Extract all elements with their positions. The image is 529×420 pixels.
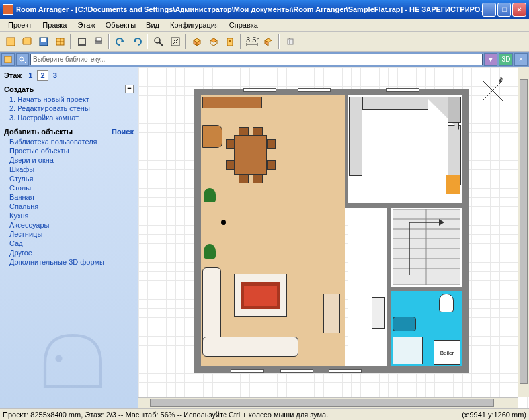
shower[interactable]	[393, 337, 423, 364]
add-objects-heading: Добавить объекты Поиск	[4, 128, 134, 136]
counter-left[interactable]	[349, 97, 362, 176]
svg-rect-22	[393, 209, 460, 285]
sidebar-toolbar: Выберите библиотеку... ▼ 3D ×	[0, 52, 529, 67]
cat-wardrobes[interactable]: Шкафы	[9, 165, 134, 174]
cat-bedroom[interactable]: Спальня	[9, 202, 134, 211]
window-bottom-2[interactable]	[280, 369, 313, 373]
chair-6[interactable]	[253, 127, 263, 136]
menu-view[interactable]: Вид	[141, 20, 165, 30]
new-project-button[interactable]	[3, 34, 18, 49]
menu-edit[interactable]: Правка	[37, 20, 72, 30]
cabinet[interactable]	[202, 97, 262, 108]
hall-cabinet[interactable]	[372, 297, 385, 329]
window-top-1[interactable]	[243, 88, 276, 92]
dropdown-button[interactable]: ▼	[484, 53, 497, 66]
maximize-button[interactable]: □	[497, 3, 511, 17]
create-edit-walls[interactable]: 2. Редактировать стены	[9, 104, 134, 113]
cat-other[interactable]: Другое	[9, 248, 134, 257]
create-room-setup[interactable]: 3. Настройка комнат	[9, 113, 134, 122]
cat-accessories[interactable]: Аксессуары	[9, 220, 134, 230]
rug[interactable]	[241, 282, 280, 309]
chair-4[interactable]	[267, 160, 276, 170]
close-sidebar-button[interactable]: ×	[514, 53, 528, 66]
cat-bathroom[interactable]: Ванная	[9, 192, 134, 202]
chair-7[interactable]	[239, 175, 249, 183]
menu-objects[interactable]: Объекты	[101, 20, 141, 30]
sofa-b[interactable]	[202, 337, 298, 357]
library-button[interactable]	[261, 34, 276, 49]
cat-chairs[interactable]: Стулья	[9, 174, 134, 183]
watermark-icon	[13, 308, 132, 400]
chair-2[interactable]	[226, 160, 235, 170]
window-top-2[interactable]	[298, 88, 331, 92]
open-button[interactable]	[19, 34, 34, 49]
toilet[interactable]	[439, 294, 454, 312]
3d-toggle-button[interactable]: 3D	[499, 53, 513, 66]
cat-3d-shapes[interactable]: Дополнительные 3D формы	[9, 257, 134, 267]
cat-garden[interactable]: Сад	[9, 239, 134, 248]
cat-tables[interactable]: Столы	[9, 183, 134, 192]
minimize-button[interactable]: _	[482, 3, 496, 17]
armchair[interactable]	[202, 125, 222, 148]
chair-8[interactable]	[253, 175, 263, 183]
search-objects-link[interactable]: Поиск	[112, 128, 134, 136]
plant-1[interactable]	[204, 188, 216, 202]
walk-button[interactable]	[222, 34, 237, 49]
menu-floor[interactable]: Этаж	[72, 20, 100, 30]
vertical-scrollbar[interactable]	[518, 67, 529, 397]
chair-3[interactable]	[267, 139, 276, 149]
window-top-3[interactable]	[386, 88, 419, 92]
measure-button[interactable]: 3,5m	[244, 34, 259, 49]
create-new-project[interactable]: 1. Начать новый проект	[9, 95, 134, 104]
library-home-button[interactable]	[1, 53, 15, 66]
chair-5[interactable]	[239, 127, 249, 136]
fridge[interactable]	[448, 97, 461, 123]
search-library-button[interactable]	[16, 53, 29, 66]
window-bottom-1[interactable]	[231, 369, 264, 373]
door-knob	[221, 220, 226, 225]
cat-kitchen[interactable]: Кухня	[9, 211, 134, 220]
boiler-cabinet[interactable]: Boiler	[434, 340, 460, 365]
library-search-input[interactable]: Выберите библиотеку...	[30, 54, 483, 65]
svg-line-18	[23, 60, 26, 63]
chair-1[interactable]	[226, 139, 235, 149]
counter-top[interactable]	[362, 97, 428, 110]
floor-2[interactable]: 2	[37, 70, 48, 81]
design-canvas[interactable]: Boiler	[138, 67, 529, 408]
plant-2[interactable]	[204, 244, 216, 259]
menu-config[interactable]: Конфигурация	[165, 20, 224, 30]
print-button[interactable]	[91, 34, 106, 49]
redo-button[interactable]	[129, 34, 144, 49]
save-button[interactable]	[36, 34, 51, 49]
collapse-create-button[interactable]: −	[125, 85, 134, 93]
create-section-heading: Создать −	[4, 85, 134, 93]
fit-screen-button[interactable]	[167, 34, 183, 49]
info-button[interactable]: i	[282, 34, 298, 49]
edit-walls-button[interactable]	[74, 34, 89, 49]
window-title: Room Arranger - [C:\Documents and Settin…	[16, 5, 482, 13]
cat-doors-windows[interactable]: Двери и окна	[9, 155, 134, 165]
cat-simple-objects[interactable]: Простые объекты	[9, 146, 134, 155]
menu-project[interactable]: Проект	[3, 20, 37, 30]
wizard-button[interactable]	[52, 34, 67, 49]
zoom-button[interactable]	[151, 34, 166, 49]
tv-stand[interactable]	[323, 294, 340, 333]
window-bottom-3[interactable]	[329, 369, 362, 373]
view-3d-button[interactable]	[189, 34, 204, 49]
view-3d-alt-button[interactable]	[206, 34, 221, 49]
menu-help[interactable]: Справка	[224, 20, 263, 30]
staircase[interactable]	[393, 209, 460, 285]
floor-1[interactable]: 1	[26, 71, 35, 80]
svg-text:3,5m: 3,5m	[246, 36, 259, 44]
undo-button[interactable]	[112, 34, 128, 49]
close-button[interactable]: ×	[512, 3, 526, 17]
dining-table[interactable]	[234, 135, 267, 175]
appliance[interactable]	[446, 175, 460, 194]
cat-user-library[interactable]: Библиотека пользователя	[9, 137, 134, 146]
app-icon	[3, 4, 13, 15]
floor-3[interactable]: 3	[50, 71, 60, 80]
horizontal-scrollbar[interactable]	[138, 397, 518, 408]
svg-rect-6	[96, 38, 101, 41]
cat-stairs[interactable]: Лестницы	[9, 230, 134, 239]
sink[interactable]	[393, 317, 416, 331]
